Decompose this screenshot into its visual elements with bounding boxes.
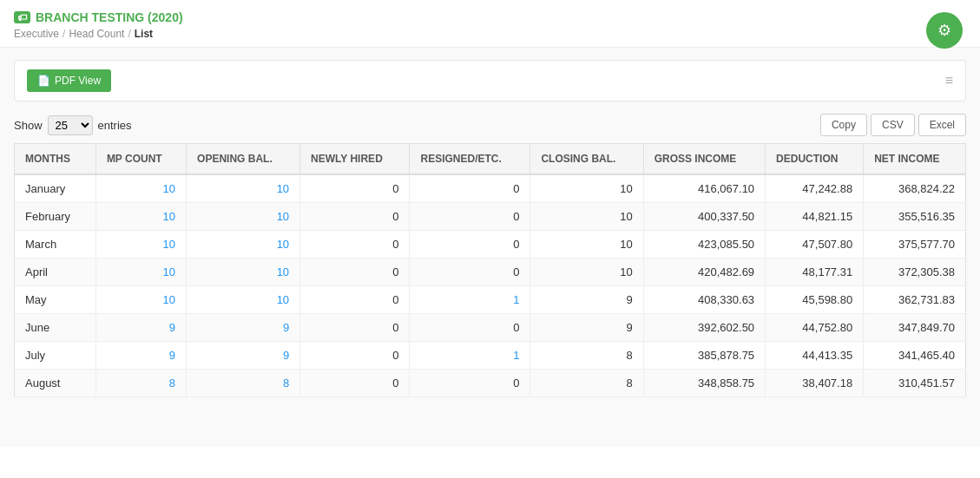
entries-select[interactable]: 25 10 50 100 xyxy=(48,115,93,135)
cell-gross-income: 408,330.63 xyxy=(643,286,765,314)
show-label: Show xyxy=(14,119,43,132)
breadcrumb-sep-1: / xyxy=(62,28,65,40)
cell-mp-count[interactable]: 10 xyxy=(95,259,186,286)
cell-month: June xyxy=(15,314,96,342)
breadcrumb-headcount[interactable]: Head Count xyxy=(69,28,124,40)
cell-closing: 8 xyxy=(530,370,643,397)
pdf-view-button[interactable]: 📄 PDF View xyxy=(27,69,111,92)
menu-icon: ≡ xyxy=(945,73,953,88)
cell-month: March xyxy=(15,231,96,259)
pdf-btn-label: PDF View xyxy=(55,75,101,87)
breadcrumb: Executive / Head Count / List xyxy=(14,28,966,40)
cell-newly-hired: 0 xyxy=(300,231,410,259)
cell-opening[interactable]: 10 xyxy=(187,174,300,203)
cell-opening[interactable]: 10 xyxy=(187,231,300,259)
cell-resigned: 0 xyxy=(410,370,530,397)
cell-resigned: 0 xyxy=(410,203,530,231)
cell-gross-income: 400,337.50 xyxy=(643,203,765,231)
data-table: MONTHS MP COUNT OPENING BAL. NEWLY HIRED… xyxy=(14,143,966,397)
col-header-mp-count: MP COUNT xyxy=(95,144,186,175)
cell-closing: 10 xyxy=(530,203,643,231)
excel-button[interactable]: Excel xyxy=(918,114,966,136)
cell-closing: 9 xyxy=(530,286,643,314)
col-header-months: MONTHS xyxy=(15,144,96,175)
col-header-closing: CLOSING BAL. xyxy=(530,144,643,175)
cell-resigned: 0 xyxy=(410,314,530,342)
cell-opening[interactable]: 10 xyxy=(187,286,300,314)
cell-month: August xyxy=(15,370,96,397)
cell-newly-hired: 0 xyxy=(300,174,410,203)
cell-newly-hired: 0 xyxy=(300,203,410,231)
cell-mp-count[interactable]: 9 xyxy=(95,342,186,370)
cell-opening[interactable]: 10 xyxy=(187,203,300,231)
cell-newly-hired: 0 xyxy=(300,342,410,370)
cell-closing: 9 xyxy=(530,314,643,342)
cell-newly-hired: 0 xyxy=(300,286,410,314)
table-row: July99018385,878.7544,413.35341,465.40 xyxy=(15,342,966,370)
cell-net-income: 341,465.40 xyxy=(864,342,966,370)
cell-mp-count[interactable]: 10 xyxy=(95,203,186,231)
breadcrumb-executive[interactable]: Executive xyxy=(14,28,59,40)
csv-button[interactable]: CSV xyxy=(871,114,915,136)
settings-icon: ⚙ xyxy=(937,21,951,40)
cell-gross-income: 392,602.50 xyxy=(643,314,765,342)
cell-deduction: 47,507.80 xyxy=(766,231,864,259)
cell-opening[interactable]: 9 xyxy=(187,342,300,370)
cell-mp-count[interactable]: 8 xyxy=(95,370,186,397)
table-row: April10100010420,482.6948,177.31372,305.… xyxy=(15,259,966,286)
cell-newly-hired: 0 xyxy=(300,314,410,342)
cell-mp-count[interactable]: 9 xyxy=(95,314,186,342)
cell-net-income: 372,305.38 xyxy=(864,259,966,286)
cell-deduction: 48,177.31 xyxy=(766,259,864,286)
cell-gross-income: 348,858.75 xyxy=(643,370,765,397)
cell-mp-count[interactable]: 10 xyxy=(95,231,186,259)
cell-closing: 8 xyxy=(530,342,643,370)
cell-net-income: 375,577.70 xyxy=(864,231,966,259)
table-controls: Show 25 10 50 100 entries Copy CSV Excel xyxy=(14,114,966,136)
cell-gross-income: 416,067.10 xyxy=(643,174,765,203)
copy-button[interactable]: Copy xyxy=(820,114,867,136)
cell-month: May xyxy=(15,286,96,314)
table-row: May1010019408,330.6345,598.80362,731.83 xyxy=(15,286,966,314)
col-header-resigned: RESIGNED/ETC. xyxy=(410,144,530,175)
cell-closing: 10 xyxy=(530,174,643,203)
show-entries: Show 25 10 50 100 entries xyxy=(14,115,132,135)
cell-deduction: 44,752.80 xyxy=(766,314,864,342)
entries-label: entries xyxy=(98,119,132,132)
cell-net-income: 347,849.70 xyxy=(864,314,966,342)
cell-month: July xyxy=(15,342,96,370)
branch-title: 🏷 BRANCH TESTING (2020) xyxy=(14,10,966,24)
col-header-opening: OPENING BAL. xyxy=(187,144,300,175)
tag-icon: 🏷 xyxy=(14,11,30,23)
table-row: June99009392,602.5044,752.80347,849.70 xyxy=(15,314,966,342)
cell-net-income: 368,824.22 xyxy=(864,174,966,203)
cell-mp-count[interactable]: 10 xyxy=(95,286,186,314)
cell-deduction: 44,821.15 xyxy=(766,203,864,231)
table-row: February10100010400,337.5044,821.15355,5… xyxy=(15,203,966,231)
cell-gross-income: 423,085.50 xyxy=(643,231,765,259)
cell-net-income: 362,731.83 xyxy=(864,286,966,314)
cell-net-income: 355,516.35 xyxy=(864,203,966,231)
cell-resigned: 0 xyxy=(410,259,530,286)
cell-closing: 10 xyxy=(530,231,643,259)
settings-button[interactable]: ⚙ xyxy=(926,12,963,49)
cell-opening[interactable]: 9 xyxy=(187,314,300,342)
col-header-net: NET INCOME xyxy=(864,144,966,175)
cell-resigned[interactable]: 1 xyxy=(410,342,530,370)
cell-closing: 10 xyxy=(530,259,643,286)
table-row: August88008348,858.7538,407.18310,451.57 xyxy=(15,370,966,397)
cell-gross-income: 385,878.75 xyxy=(643,342,765,370)
col-header-deduction: DEDUCTION xyxy=(766,144,864,175)
cell-deduction: 38,407.18 xyxy=(766,370,864,397)
cell-deduction: 44,413.35 xyxy=(766,342,864,370)
cell-resigned: 0 xyxy=(410,231,530,259)
col-header-gross: GROSS INCOME xyxy=(643,144,765,175)
cell-gross-income: 420,482.69 xyxy=(643,259,765,286)
cell-newly-hired: 0 xyxy=(300,370,410,397)
cell-mp-count[interactable]: 10 xyxy=(95,174,186,203)
cell-opening[interactable]: 8 xyxy=(187,370,300,397)
cell-resigned[interactable]: 1 xyxy=(410,286,530,314)
cell-month: February xyxy=(15,203,96,231)
table-row: January10100010416,067.1047,242.88368,82… xyxy=(15,174,966,203)
cell-opening[interactable]: 10 xyxy=(187,259,300,286)
